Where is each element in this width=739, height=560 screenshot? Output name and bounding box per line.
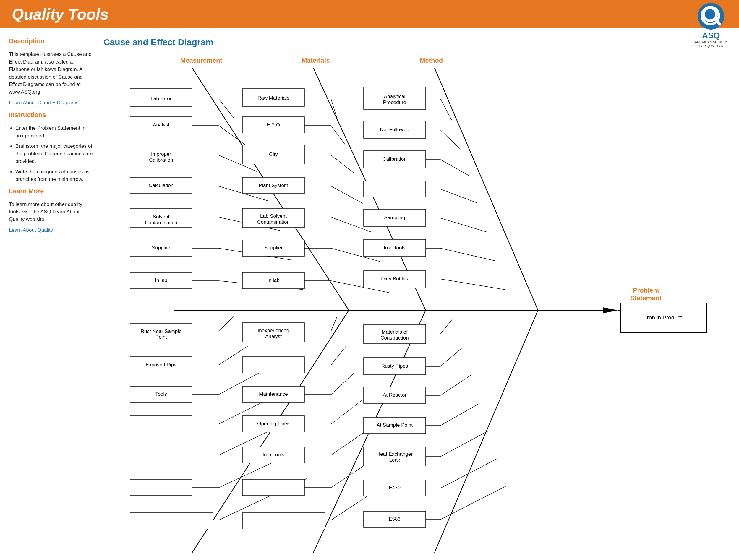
svg-text:Construction: Construction xyxy=(381,335,409,341)
svg-text:Leak: Leak xyxy=(389,457,400,463)
svg-line-175 xyxy=(440,458,497,488)
svg-line-127 xyxy=(331,317,337,331)
svg-text:Solvent: Solvent xyxy=(153,214,170,220)
problem-box-text: Iron in Product xyxy=(645,315,682,321)
instruction-1: Enter the Problem Statement in box provi… xyxy=(15,125,95,140)
svg-rect-133 xyxy=(243,357,304,373)
svg-text:In lab: In lab xyxy=(267,277,280,283)
svg-text:Supplier: Supplier xyxy=(264,245,283,250)
svg-line-135 xyxy=(331,373,354,394)
method-label: Method xyxy=(420,57,443,64)
svg-rect-88 xyxy=(363,181,426,197)
svg-text:Plant System: Plant System xyxy=(259,183,288,188)
svg-text:At Reactor: At Reactor xyxy=(383,392,407,398)
main-content: Description This template illustrates a … xyxy=(0,28,739,560)
svg-point-0 xyxy=(698,3,724,29)
svg-text:Calibration: Calibration xyxy=(149,157,173,163)
svg-line-79 xyxy=(440,130,461,149)
svg-line-132 xyxy=(331,346,346,365)
svg-point-1 xyxy=(704,8,717,21)
asq-logo-circle xyxy=(698,3,724,29)
svg-text:H 2 O: H 2 O xyxy=(267,122,280,128)
svg-text:Opening Lines: Opening Lines xyxy=(257,421,290,426)
svg-text:In lab: In lab xyxy=(155,277,167,283)
svg-line-53 xyxy=(331,155,354,173)
ce-diagrams-link[interactable]: Learn About C and E Diagrams xyxy=(9,100,78,106)
instruction-3: Write the categories of causes as branch… xyxy=(15,168,95,183)
svg-text:Maintenance: Maintenance xyxy=(259,391,288,397)
svg-text:Calculation: Calculation xyxy=(149,183,173,188)
svg-line-162 xyxy=(440,375,471,395)
svg-rect-116 xyxy=(130,416,192,432)
svg-line-153 xyxy=(440,319,453,334)
header-bar: Quality Tools xyxy=(0,0,739,28)
svg-text:Iron Tools: Iron Tools xyxy=(263,452,284,457)
svg-text:Contamination: Contamination xyxy=(145,220,177,225)
svg-line-102 xyxy=(219,316,234,331)
svg-text:Dirty Bottles: Dirty Bottles xyxy=(381,276,408,282)
problem-label-text: Problem xyxy=(633,287,659,294)
learn-more-title: Learn More xyxy=(9,187,95,195)
svg-line-74 xyxy=(440,99,452,121)
svg-rect-151 xyxy=(243,513,325,529)
svg-text:City: City xyxy=(269,152,278,157)
svg-text:Raw Materials: Raw Materials xyxy=(258,95,289,101)
instructions-list: Enter the Problem Statement in box provi… xyxy=(9,125,95,183)
svg-rect-148 xyxy=(243,479,304,496)
description-text: This template illustrates a Cause and Ef… xyxy=(9,50,95,96)
svg-text:Materials of: Materials of xyxy=(382,329,408,335)
svg-line-179 xyxy=(440,486,506,520)
svg-text:At Sample Point: At Sample Point xyxy=(377,422,413,428)
svg-line-94 xyxy=(440,248,496,261)
svg-line-13 xyxy=(435,310,538,553)
learn-more-text: To learn more about other quality tools,… xyxy=(9,201,95,223)
diagram-area: Cause and Effect Diagram Measurement Mat… xyxy=(101,34,739,560)
svg-text:Not Followed: Not Followed xyxy=(380,127,409,132)
svg-text:Analyst: Analyst xyxy=(153,122,169,128)
svg-text:Procedure: Procedure xyxy=(383,100,406,105)
svg-rect-125 xyxy=(130,513,213,529)
svg-text:Lab Solvent: Lab Solvent xyxy=(260,213,287,219)
svg-line-2 xyxy=(715,19,720,24)
header-title: Quality Tools xyxy=(12,5,109,23)
measurement-label: Measurement xyxy=(180,57,223,64)
instruction-2: Brainstorm the major categories of the p… xyxy=(15,143,95,165)
svg-text:Lab Error: Lab Error xyxy=(151,96,172,102)
svg-text:Calibration: Calibration xyxy=(383,156,407,162)
svg-text:Exposed Pipe: Exposed Pipe xyxy=(146,362,177,368)
svg-text:Improper: Improper xyxy=(151,151,171,157)
svg-line-57 xyxy=(331,186,363,203)
svg-text:Tools: Tools xyxy=(155,391,167,397)
instructions-title: Instructions xyxy=(9,111,95,119)
svg-text:Inexperienced: Inexperienced xyxy=(258,328,289,333)
description-title: Description xyxy=(9,37,95,45)
svg-text:Contamination: Contamination xyxy=(257,219,290,225)
svg-line-83 xyxy=(440,160,469,176)
svg-line-158 xyxy=(440,348,462,366)
svg-rect-119 xyxy=(130,447,192,463)
sidebar: Description This template illustrates a … xyxy=(9,34,101,560)
svg-line-166 xyxy=(440,403,479,425)
svg-line-87 xyxy=(440,189,478,203)
svg-text:Analytical: Analytical xyxy=(384,94,406,99)
materials-label: Materials xyxy=(301,57,330,64)
svg-text:E583: E583 xyxy=(389,516,401,522)
svg-line-139 xyxy=(331,399,363,424)
svg-text:Analyst: Analyst xyxy=(265,334,282,339)
svg-marker-4 xyxy=(603,307,618,313)
page-title: Cause and Effect Diagram xyxy=(101,37,739,47)
svg-line-19 xyxy=(219,126,245,145)
svg-line-49 xyxy=(331,126,345,145)
svg-rect-122 xyxy=(130,479,192,496)
svg-text:Supplier: Supplier xyxy=(152,245,171,250)
svg-text:Heat Exchanger: Heat Exchanger xyxy=(377,451,413,457)
svg-text:Statement: Statement xyxy=(630,294,662,302)
learn-quality-link[interactable]: Learn About Quality xyxy=(9,227,53,233)
svg-text:Iron Tools: Iron Tools xyxy=(384,245,405,250)
svg-text:Rust Near Sample: Rust Near Sample xyxy=(141,329,182,334)
svg-text:Point: Point xyxy=(155,334,167,340)
svg-line-15 xyxy=(219,99,234,118)
svg-text:E470: E470 xyxy=(389,485,401,491)
svg-text:Rusty Pipes: Rusty Pipes xyxy=(381,363,408,369)
svg-text:Sampling: Sampling xyxy=(384,215,405,220)
